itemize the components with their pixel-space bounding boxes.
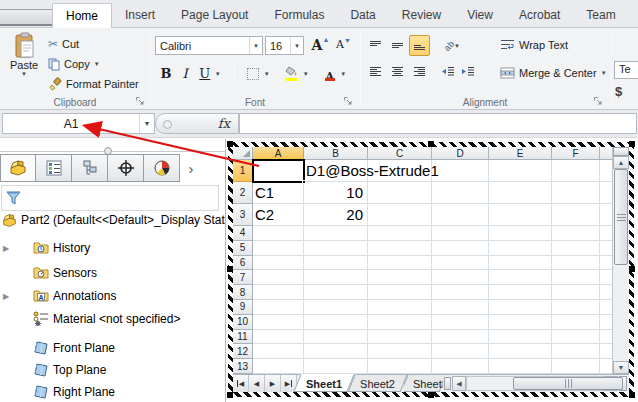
- name-box[interactable]: A1 ▼: [2, 113, 155, 134]
- top-align-button[interactable]: [365, 35, 386, 56]
- underline-dropdown-arrow[interactable]: ▼: [215, 71, 221, 77]
- cell-B8[interactable]: [304, 285, 368, 300]
- cell-A11[interactable]: [253, 330, 304, 345]
- align-right-button[interactable]: [409, 61, 430, 82]
- bold-button[interactable]: B: [157, 63, 175, 84]
- ole-resize-handle[interactable]: [428, 392, 434, 398]
- font-color-button[interactable]: A ▼: [318, 63, 352, 84]
- cell-F4[interactable]: [552, 226, 600, 241]
- tab-propertymanager[interactable]: [36, 154, 72, 182]
- cell-A12[interactable]: [253, 344, 304, 359]
- align-left-button[interactable]: [365, 61, 386, 82]
- increase-indent-button[interactable]: [458, 61, 477, 82]
- cell-C13[interactable]: [368, 359, 432, 374]
- cell-D2[interactable]: [432, 182, 489, 204]
- cell-F8[interactable]: [552, 285, 600, 300]
- cell-E13[interactable]: [489, 359, 552, 374]
- cell-C7[interactable]: [368, 270, 432, 285]
- ribbon-tab-team[interactable]: Team: [573, 3, 628, 28]
- column-header-e[interactable]: E: [489, 147, 552, 160]
- cell-B6[interactable]: [304, 256, 368, 271]
- cell-E5[interactable]: [489, 241, 552, 256]
- grow-font-button[interactable]: A▲: [309, 34, 332, 55]
- row-header-3[interactable]: 3: [233, 204, 253, 226]
- cell-A3[interactable]: C2: [253, 204, 304, 226]
- column-header-f[interactable]: F: [552, 147, 600, 160]
- next-sheet-button[interactable]: ▶: [265, 375, 281, 392]
- font-name-combo[interactable]: Calibri ▼: [155, 36, 263, 55]
- vertical-scroll-thumb[interactable]: [614, 169, 628, 265]
- row-header-6[interactable]: 6: [233, 256, 253, 271]
- expand-arrow-icon[interactable]: ▶: [3, 292, 9, 301]
- fill-color-button[interactable]: ▼: [280, 63, 314, 84]
- cell-A4[interactable]: [253, 226, 304, 241]
- paste-dropdown-arrow[interactable]: ▼: [21, 71, 27, 77]
- cell-E11[interactable]: [489, 330, 552, 345]
- font-color-dropdown-arrow[interactable]: ▼: [340, 71, 346, 77]
- alignment-dialog-launcher[interactable]: [593, 96, 603, 106]
- ribbon-tab-acrobat[interactable]: Acrobat: [506, 3, 573, 28]
- tree-item-annotations[interactable]: ▶AAnnotations: [0, 287, 225, 305]
- cell-B4[interactable]: [304, 226, 368, 241]
- clipboard-dialog-launcher[interactable]: [135, 96, 145, 106]
- cell-E6[interactable]: [489, 256, 552, 271]
- expand-arrow-icon[interactable]: ▶: [3, 244, 9, 253]
- cell-A6[interactable]: [253, 256, 304, 271]
- cell-A9[interactable]: [253, 300, 304, 315]
- cell-F2[interactable]: [552, 182, 600, 204]
- horizontal-scroll-track[interactable]: [466, 376, 604, 391]
- cell-E4[interactable]: [489, 226, 552, 241]
- scroll-up-button[interactable]: ▲: [613, 156, 629, 169]
- ribbon-tab-home[interactable]: Home: [52, 3, 112, 29]
- cell-B3[interactable]: 20: [304, 204, 368, 226]
- font-dialog-launcher[interactable]: [343, 96, 353, 106]
- cell-B9[interactable]: [304, 300, 368, 315]
- cell-F9[interactable]: [552, 300, 600, 315]
- name-box-dropdown-arrow[interactable]: ▼: [139, 114, 154, 133]
- tree-item-material-not-specified[interactable]: Material <not specified>: [0, 310, 225, 328]
- cell-A10[interactable]: [253, 315, 304, 330]
- cell-A5[interactable]: [253, 241, 304, 256]
- ribbon-tab-view[interactable]: View: [454, 3, 506, 28]
- formula-bar-handle[interactable]: [163, 120, 172, 129]
- paste-button[interactable]: Paste ▼: [5, 32, 43, 96]
- cell-E1[interactable]: [489, 160, 552, 182]
- accounting-format-button-partial[interactable]: $: [615, 84, 622, 99]
- wrap-text-button[interactable]: Wrap Text: [500, 39, 568, 51]
- font-size-dropdown-arrow[interactable]: ▼: [290, 37, 303, 54]
- tree-filter-box[interactable]: [1, 185, 219, 211]
- cell-D10[interactable]: [432, 315, 489, 330]
- tab-displaymanager[interactable]: [144, 154, 180, 182]
- cell-E9[interactable]: [489, 300, 552, 315]
- align-center-button[interactable]: [387, 61, 408, 82]
- row-header-12[interactable]: 12: [233, 344, 253, 359]
- cell-C11[interactable]: [368, 330, 432, 345]
- selected-cell-outline[interactable]: [252, 159, 305, 183]
- vertical-scroll-track[interactable]: [613, 265, 629, 361]
- cell-C3[interactable]: [368, 204, 432, 226]
- copy-button[interactable]: Copy ▼: [48, 54, 139, 74]
- ribbon-tab-page-layout[interactable]: Page Layout: [168, 3, 261, 28]
- italic-button[interactable]: I: [177, 63, 193, 84]
- panel-tabs-overflow-button[interactable]: ›: [180, 154, 202, 182]
- cell-C4[interactable]: [368, 226, 432, 241]
- cell-F11[interactable]: [552, 330, 600, 345]
- merge-center-button[interactable]: Merge & Center ▼: [500, 67, 607, 79]
- font-size-combo[interactable]: 16 ▼: [265, 36, 304, 55]
- cell-C12[interactable]: [368, 344, 432, 359]
- cell-F10[interactable]: [552, 315, 600, 330]
- cell-E3[interactable]: [489, 204, 552, 226]
- cell-E2[interactable]: [489, 182, 552, 204]
- cell-A2[interactable]: C1: [253, 182, 304, 204]
- cell-C8[interactable]: [368, 285, 432, 300]
- cell-D4[interactable]: [432, 226, 489, 241]
- ribbon-tab-formulas[interactable]: Formulas: [261, 3, 337, 28]
- borders-button[interactable]: ▼: [242, 63, 275, 84]
- cell-D13[interactable]: [432, 359, 489, 374]
- tree-item-right-plane[interactable]: Right Plane: [0, 383, 225, 401]
- ole-resize-handle[interactable]: [629, 266, 635, 272]
- cell-E8[interactable]: [489, 285, 552, 300]
- borders-dropdown-arrow[interactable]: ▼: [264, 71, 270, 77]
- panel-splitter[interactable]: [0, 151, 225, 152]
- cell-D9[interactable]: [432, 300, 489, 315]
